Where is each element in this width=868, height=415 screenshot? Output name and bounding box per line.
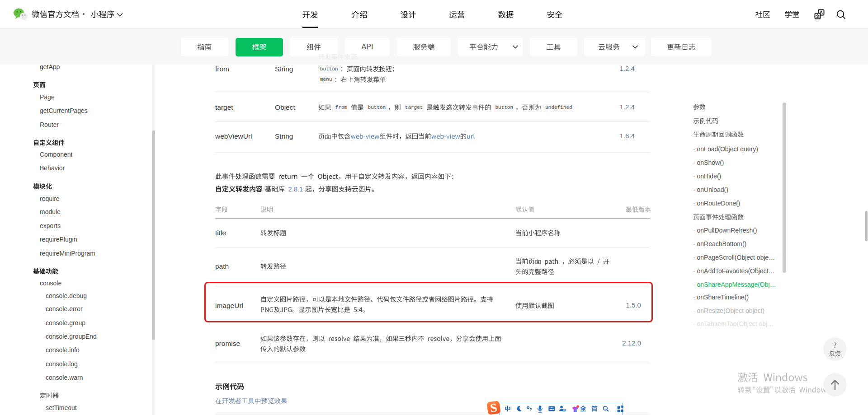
svg-text:43: 43 <box>563 409 566 411</box>
